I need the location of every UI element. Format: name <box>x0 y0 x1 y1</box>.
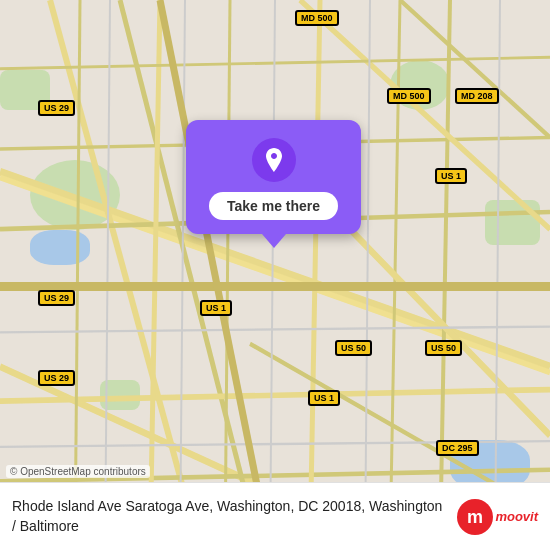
svg-line-27 <box>180 0 185 550</box>
map-container: US 29 US 29 US 29 US 1 US 1 US 1 US 50 U… <box>0 0 550 550</box>
take-me-there-button[interactable]: Take me there <box>209 192 338 220</box>
road-badge-us1-3: US 1 <box>308 390 340 406</box>
svg-line-10 <box>150 0 160 550</box>
road-badge-us50-1: US 50 <box>335 340 372 356</box>
moovit-brand-icon: m <box>457 499 493 535</box>
road-badge-dc295: DC 295 <box>436 440 479 456</box>
road-badge-us29-2: US 29 <box>38 290 75 306</box>
road-badge-us29-3: US 29 <box>38 370 75 386</box>
svg-line-24 <box>495 0 500 550</box>
map-popup: Take me there <box>186 120 361 234</box>
road-badge-md500-1: MD 500 <box>295 10 339 26</box>
svg-line-18 <box>350 229 550 435</box>
svg-text:m: m <box>467 507 483 527</box>
road-badge-md500-2: MD 500 <box>387 88 431 104</box>
svg-line-11 <box>310 0 320 550</box>
map-attribution: © OpenStreetMap contributors <box>6 465 150 478</box>
info-text-container: Rhode Island Ave Saratoga Ave, Washingto… <box>12 497 447 536</box>
location-pin-icon <box>252 138 296 182</box>
svg-line-6 <box>0 390 550 401</box>
moovit-logo-text: moovit <box>495 509 538 524</box>
svg-line-25 <box>365 0 370 550</box>
svg-line-12 <box>440 0 450 550</box>
road-badge-md208: MD 208 <box>455 88 499 104</box>
svg-line-17 <box>400 0 550 138</box>
svg-line-22 <box>0 327 550 333</box>
moovit-logo: m moovit <box>457 499 538 535</box>
road-badge-us50-2: US 50 <box>425 340 462 356</box>
road-badge-us1-1: US 1 <box>200 300 232 316</box>
road-badge-us29-1: US 29 <box>38 100 75 116</box>
info-bar: Rhode Island Ave Saratoga Ave, Washingto… <box>0 482 550 550</box>
address-text: Rhode Island Ave Saratoga Ave, Washingto… <box>12 497 447 536</box>
road-badge-us1-2: US 1 <box>435 168 467 184</box>
